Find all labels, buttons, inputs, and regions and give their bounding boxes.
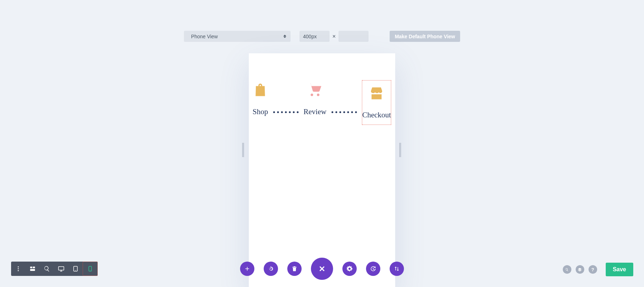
desktop-icon[interactable]: [54, 262, 68, 276]
tablet-icon[interactable]: [68, 262, 83, 276]
times-icon: ×: [332, 33, 336, 40]
phone-icon[interactable]: [83, 262, 98, 276]
power-button[interactable]: [264, 262, 278, 276]
preview-canvas: Shop Review Checkout: [249, 53, 395, 287]
svg-point-2: [18, 270, 19, 271]
layers-icon[interactable]: [576, 265, 584, 274]
right-tools: ? Save: [563, 263, 633, 276]
svg-point-10: [90, 270, 91, 271]
wireframe-icon[interactable]: [25, 262, 40, 276]
svg-point-1: [18, 268, 19, 269]
steps-row: Shop Review Checkout: [249, 80, 395, 125]
action-bar: [240, 258, 404, 280]
step-review[interactable]: Review: [303, 80, 326, 120]
svg-point-8: [75, 270, 76, 271]
view-select[interactable]: Phone View: [184, 31, 291, 42]
step-label: Shop: [253, 107, 268, 116]
height-input[interactable]: [338, 31, 369, 42]
chevron-updown-icon: [283, 31, 286, 42]
save-button[interactable]: Save: [606, 263, 633, 276]
make-default-button[interactable]: Make Default Phone View: [390, 31, 460, 42]
add-button[interactable]: [240, 262, 254, 276]
device-toolbar: [11, 262, 98, 276]
more-vertical-icon[interactable]: [11, 262, 25, 276]
shopping-bag-icon: [253, 82, 268, 97]
step-checkout[interactable]: Checkout: [362, 80, 391, 125]
step-shop[interactable]: Shop: [253, 80, 268, 120]
svg-rect-3: [30, 267, 32, 268]
svg-rect-6: [59, 267, 64, 270]
width-input[interactable]: [299, 31, 330, 42]
dimension-group: ×: [299, 31, 369, 42]
step-connector: [331, 111, 357, 113]
settings-button[interactable]: [342, 262, 357, 276]
resize-handle-right[interactable]: [400, 143, 402, 157]
search-icon[interactable]: [563, 265, 571, 274]
step-label: Checkout: [362, 111, 391, 120]
shopping-cart-icon: [307, 82, 322, 97]
storefront-icon: [369, 86, 384, 101]
step-label: Review: [303, 107, 326, 116]
close-button[interactable]: [311, 258, 333, 280]
swap-vertical-button[interactable]: [390, 262, 404, 276]
svg-point-0: [18, 266, 19, 267]
help-icon[interactable]: ?: [589, 265, 597, 274]
viewport-controls: Phone View × Make Default Phone View: [184, 31, 460, 42]
svg-rect-5: [30, 269, 35, 271]
delete-button[interactable]: [287, 262, 302, 276]
history-button[interactable]: [366, 262, 380, 276]
zoom-icon[interactable]: [40, 262, 54, 276]
svg-rect-4: [33, 267, 35, 268]
resize-handle-left[interactable]: [243, 143, 245, 157]
step-connector: [273, 111, 298, 113]
view-select-label: Phone View: [191, 34, 218, 39]
